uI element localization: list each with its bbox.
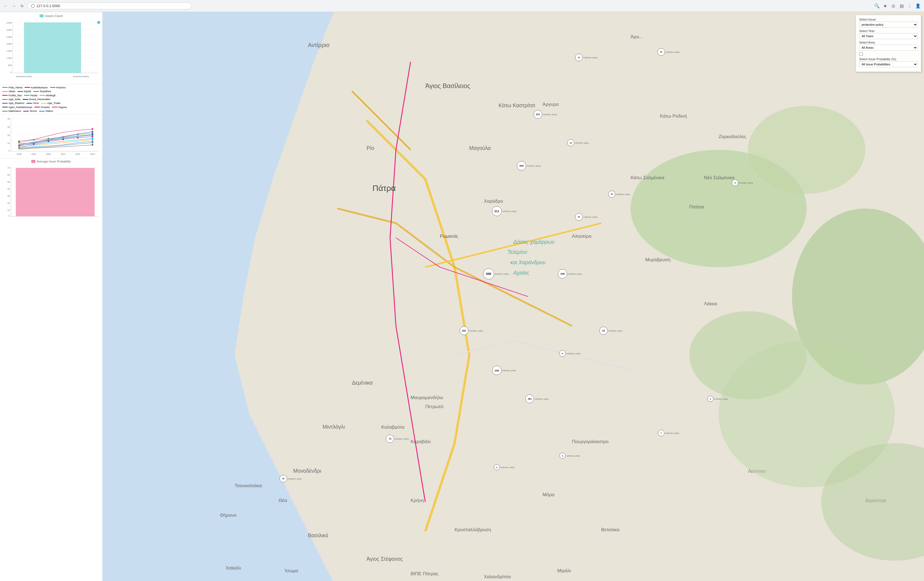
forward-button[interactable]: → — [11, 3, 17, 9]
legend-color-agios-pant — [2, 107, 8, 107]
chart1-svg: 3,500 3,000 2,500 2,000 1,500 1,000 500 … — [2, 18, 100, 81]
svg-text:και Χαράνδρου: και Χαράνδρου — [510, 259, 546, 265]
cluster-c12[interactable]: 202 — [460, 326, 469, 335]
legend-label-profitis: Profitis_Ilias — [8, 94, 22, 97]
legend-label-aktaio: Aktaio — [8, 89, 15, 93]
cluster-c15[interactable]: 295 — [492, 366, 502, 375]
svg-text:20: 20 — [7, 202, 10, 204]
svg-text:70: 70 — [7, 167, 10, 169]
svg-text:Βασιλικό: Βασιλικό — [308, 533, 328, 538]
svg-text:Πετρωτό: Πετρωτό — [425, 404, 443, 409]
address-bar: 127.0.0.1:5000 — [27, 2, 191, 9]
bookmark-button[interactable]: ★ — [882, 3, 888, 9]
svg-text:Δάσος χαμάρρων: Δάσος χαμάρρων — [513, 239, 554, 245]
menu-button[interactable]: ⋮ — [906, 3, 913, 9]
svg-text:protection-policy: protection-policy — [16, 75, 32, 78]
legend-color-makrini — [2, 111, 8, 112]
back-button[interactable]: ← — [3, 3, 9, 9]
map-area[interactable]: Πάτρα Άγιος Βασίλειος Κάτω Καστρίτσι Μαγ… — [102, 12, 924, 581]
extensions-button[interactable]: ▤ — [898, 3, 905, 9]
legend-row-4: Agia_Sofia Drosia_Peiramatiko — [2, 97, 100, 101]
chart3-legend-box — [31, 160, 35, 163]
svg-text:30: 30 — [7, 195, 10, 197]
cluster-c2[interactable]: 33 — [657, 48, 665, 56]
svg-point-52 — [92, 136, 93, 138]
legend-makrini: Makrinianni — [2, 109, 21, 113]
cluster-c19[interactable]: 72 — [386, 435, 394, 443]
cluster-c1[interactable]: 47 — [575, 54, 583, 61]
svg-point-59 — [18, 147, 20, 149]
svg-text:Μαυρομανδήλα: Μαυρομανδήλα — [411, 395, 443, 401]
legend-ovria: Ovria — [26, 101, 39, 105]
svg-text:Πάτρα: Πάτρα — [373, 183, 396, 193]
svg-text:ΒΙΠΕ Πάτρας: ΒΙΠΕ Πάτρας — [411, 571, 439, 576]
legend-pagona: Pagona — [52, 105, 67, 109]
svg-text:Βεταλίκα: Βεταλίκα — [601, 527, 619, 532]
chart3-title-text: Average Issue Probability — [37, 160, 71, 163]
svg-text:Λάκκα: Λάκκα — [704, 301, 717, 306]
cluster-c16[interactable]: 181 — [525, 394, 534, 403]
svg-text:20: 20 — [7, 134, 10, 137]
legend-color-drosia — [23, 99, 28, 100]
cluster-c11[interactable]: 449 — [558, 269, 567, 279]
legend-label-psachou: Psachou — [56, 86, 66, 89]
cluster-c20[interactable]: 2 — [494, 464, 500, 470]
select-issue-dropdown[interactable]: protection-policy flood fire — [859, 21, 918, 28]
svg-text:protection-policy: protection-policy — [47, 218, 63, 218]
legend-label-ovria: Ovria — [33, 101, 39, 105]
svg-text:Ρωμανός: Ρωμανός — [440, 234, 458, 239]
legend-row-6: Agios_Panteleimonas Proastio Pagona — [2, 105, 100, 109]
legend-color-vlatero — [39, 111, 45, 112]
svg-point-64 — [92, 144, 93, 146]
cluster-c6[interactable]: 10 — [608, 191, 615, 198]
avatar-button[interactable]: 👤 — [915, 3, 921, 9]
legend-container: Psila_Alwnia Kastelokampos Psachou Aktai… — [0, 84, 102, 115]
svg-point-0 — [31, 4, 35, 8]
reload-button[interactable]: ↻ — [19, 3, 25, 9]
cluster-c5[interactable]: 4 — [732, 180, 738, 186]
cluster-c18[interactable]: 7 — [658, 430, 665, 436]
chart1-legend-box — [40, 15, 43, 17]
svg-text:10: 10 — [7, 142, 10, 145]
cluster-c8[interactable]: 511 — [492, 206, 502, 216]
select-area-row: Select Area: All Areas Patra Aktaio — [859, 41, 918, 51]
legend-label-pagona: Pagona — [58, 105, 67, 109]
cluster-c22[interactable]: 16 — [279, 475, 287, 482]
cluster-c7[interactable]: 340 — [517, 161, 526, 170]
select-prob-dropdown[interactable]: All Issue Probabilities 0-25 25-50 50-75… — [859, 61, 918, 67]
cluster-c3[interactable]: 221 — [533, 110, 542, 119]
search-button[interactable]: 🔍 — [874, 3, 880, 9]
legend-label-agia-ek: Agia_Ekaterini — [8, 101, 24, 105]
svg-text:Μονοδένδρι: Μονοδένδρι — [293, 468, 321, 474]
cluster-c17[interactable]: 2 — [708, 396, 713, 402]
select-area-dropdown[interactable]: All Areas Patra Aktaio — [859, 45, 918, 51]
svg-text:Χαλανδρίτσα: Χαλανδρίτσα — [484, 574, 511, 579]
svg-text:Κρυσταλλόβρυση: Κρυσταλλόβρυση — [454, 527, 491, 532]
cluster-c10[interactable]: 888 — [483, 268, 494, 279]
profile-button[interactable]: ◎ — [890, 3, 897, 9]
cluster-c21[interactable]: 2 — [559, 453, 566, 459]
svg-text:Κάτω Ροδινή: Κάτω Ροδινή — [660, 113, 686, 119]
cluster-c9[interactable]: 22 — [575, 213, 583, 221]
legend-color-termsi — [23, 111, 29, 112]
legend-label-psila: Psila_Alwnia — [8, 86, 22, 89]
legend-label-parala: Parala — [30, 94, 38, 97]
svg-text:Κάτω Σαλμένικα: Κάτω Σαλμένικα — [630, 175, 664, 180]
checkbox-input[interactable] — [859, 52, 863, 56]
svg-text:Αχαίας: Αχαίας — [513, 270, 530, 276]
legend-label-vlatero: Vlatero — [45, 109, 53, 113]
legend-terps: Terpsithea — [33, 89, 51, 93]
cluster-c13[interactable]: 63 — [599, 327, 607, 335]
cluster-c14[interactable]: 8 — [559, 350, 566, 357]
cluster-c4[interactable]: 10 — [567, 139, 574, 146]
svg-text:0: 0 — [8, 150, 10, 152]
select-issue-label: Select Issue: — [859, 18, 918, 21]
url-text: 127.0.0.1:5000 — [36, 4, 188, 8]
legend-agia-sofia: Agia_Sofia — [2, 97, 20, 101]
svg-text:Τσουκαλαίικα: Τσουκαλαίικα — [234, 483, 262, 488]
svg-text:Μαγούλα: Μαγούλα — [469, 145, 491, 151]
select-year-dropdown[interactable]: All Years 2018 2019 2020 2021 2022 2023 — [859, 33, 918, 39]
legend-kastel: Kastelokampos — [25, 86, 48, 89]
svg-text:Χαϊκάλι: Χαϊκάλι — [226, 565, 241, 571]
svg-text:50: 50 — [7, 180, 10, 183]
